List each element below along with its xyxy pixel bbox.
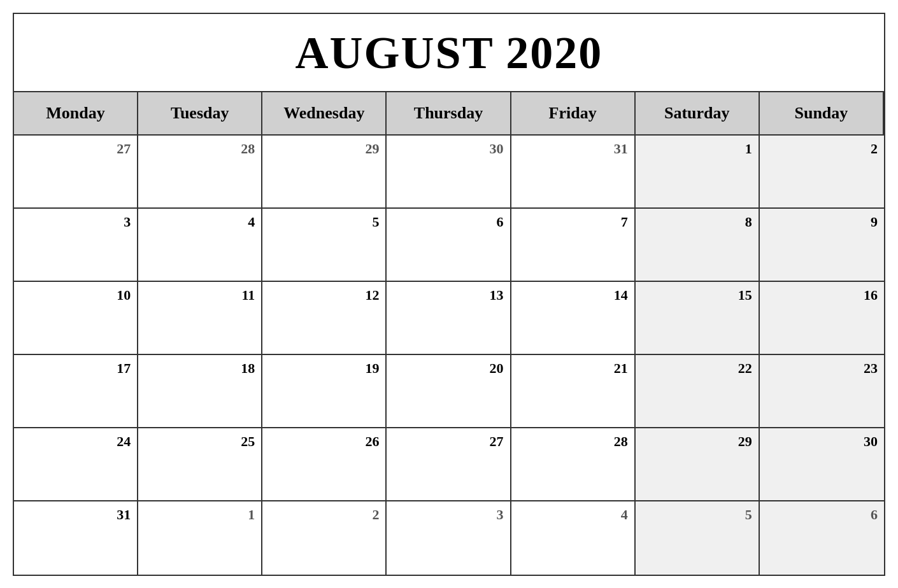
calendar-cell[interactable]: 23 [760, 355, 884, 428]
day-number: 1 [143, 507, 255, 523]
calendar: AUGUST 2020 MondayTuesdayWednesdayThursd… [13, 13, 885, 576]
calendar-cell[interactable]: 31 [511, 136, 636, 209]
calendar-cell[interactable]: 25 [138, 428, 262, 501]
calendar-cell[interactable]: 6 [760, 501, 884, 575]
day-header-wednesday: Wednesday [262, 92, 387, 136]
day-number: 20 [392, 360, 503, 377]
day-number: 31 [19, 507, 131, 523]
calendar-cell[interactable]: 16 [760, 282, 884, 355]
day-number: 1 [641, 141, 752, 157]
day-number: 14 [517, 287, 628, 304]
day-number: 28 [517, 433, 628, 450]
calendar-cell[interactable]: 2 [262, 501, 387, 575]
calendar-cell[interactable]: 4 [138, 209, 262, 282]
calendar-grid: MondayTuesdayWednesdayThursdayFridaySatu… [14, 92, 884, 575]
day-number: 15 [641, 287, 752, 304]
calendar-cell[interactable]: 27 [387, 428, 511, 501]
day-number: 4 [517, 507, 628, 523]
calendar-cell[interactable]: 10 [14, 282, 138, 355]
calendar-cell[interactable]: 31 [14, 501, 138, 575]
calendar-cell[interactable]: 18 [138, 355, 262, 428]
calendar-cell[interactable]: 8 [636, 209, 760, 282]
day-number: 10 [19, 287, 131, 304]
day-number: 21 [517, 360, 628, 377]
day-number: 25 [143, 433, 255, 450]
day-number: 31 [517, 141, 628, 157]
day-number: 8 [641, 214, 752, 230]
calendar-cell[interactable]: 12 [262, 282, 387, 355]
day-number: 27 [392, 433, 503, 450]
day-number: 3 [392, 507, 503, 523]
calendar-cell[interactable]: 24 [14, 428, 138, 501]
day-number: 7 [517, 214, 628, 230]
day-header-thursday: Thursday [387, 92, 511, 136]
day-number: 13 [392, 287, 503, 304]
day-header-friday: Friday [511, 92, 636, 136]
calendar-header: AUGUST 2020 [14, 14, 884, 92]
day-number: 16 [765, 287, 878, 304]
calendar-cell[interactable]: 13 [387, 282, 511, 355]
calendar-cell[interactable]: 5 [636, 501, 760, 575]
day-number: 6 [765, 507, 878, 523]
day-number: 2 [267, 507, 379, 523]
day-number: 28 [143, 141, 255, 157]
day-number: 22 [641, 360, 752, 377]
day-number: 29 [641, 433, 752, 450]
calendar-cell[interactable]: 1 [138, 501, 262, 575]
calendar-cell[interactable]: 19 [262, 355, 387, 428]
calendar-title: AUGUST 2020 [296, 27, 603, 78]
calendar-cell[interactable]: 2 [760, 136, 884, 209]
day-number: 3 [19, 214, 131, 230]
day-number: 11 [143, 287, 255, 304]
day-number: 4 [143, 214, 255, 230]
calendar-cell[interactable]: 1 [636, 136, 760, 209]
day-number: 23 [765, 360, 878, 377]
calendar-cell[interactable]: 11 [138, 282, 262, 355]
day-number: 26 [267, 433, 379, 450]
calendar-cell[interactable]: 15 [636, 282, 760, 355]
calendar-cell[interactable]: 6 [387, 209, 511, 282]
calendar-cell[interactable]: 9 [760, 209, 884, 282]
day-number: 6 [392, 214, 503, 230]
day-header-saturday: Saturday [636, 92, 760, 136]
calendar-cell[interactable]: 21 [511, 355, 636, 428]
day-number: 30 [765, 433, 878, 450]
calendar-cell[interactable]: 29 [262, 136, 387, 209]
calendar-cell[interactable]: 14 [511, 282, 636, 355]
calendar-cell[interactable]: 30 [760, 428, 884, 501]
day-number: 5 [641, 507, 752, 523]
calendar-cell[interactable]: 28 [138, 136, 262, 209]
day-number: 18 [143, 360, 255, 377]
day-number: 19 [267, 360, 379, 377]
day-number: 9 [765, 214, 878, 230]
day-number: 5 [267, 214, 379, 230]
day-header-tuesday: Tuesday [138, 92, 262, 136]
day-header-monday: Monday [14, 92, 138, 136]
calendar-cell[interactable]: 7 [511, 209, 636, 282]
calendar-cell[interactable]: 22 [636, 355, 760, 428]
calendar-cell[interactable]: 28 [511, 428, 636, 501]
calendar-cell[interactable]: 27 [14, 136, 138, 209]
calendar-cell[interactable]: 29 [636, 428, 760, 501]
day-number: 24 [19, 433, 131, 450]
calendar-cell[interactable]: 17 [14, 355, 138, 428]
calendar-cell[interactable]: 26 [262, 428, 387, 501]
calendar-cell[interactable]: 4 [511, 501, 636, 575]
day-number: 12 [267, 287, 379, 304]
calendar-cell[interactable]: 5 [262, 209, 387, 282]
calendar-cell[interactable]: 3 [14, 209, 138, 282]
day-number: 30 [392, 141, 503, 157]
day-number: 29 [267, 141, 379, 157]
calendar-cell[interactable]: 20 [387, 355, 511, 428]
calendar-cell[interactable]: 3 [387, 501, 511, 575]
calendar-cell[interactable]: 30 [387, 136, 511, 209]
day-number: 2 [765, 141, 878, 157]
day-number: 27 [19, 141, 131, 157]
day-number: 17 [19, 360, 131, 377]
day-header-sunday: Sunday [760, 92, 884, 136]
